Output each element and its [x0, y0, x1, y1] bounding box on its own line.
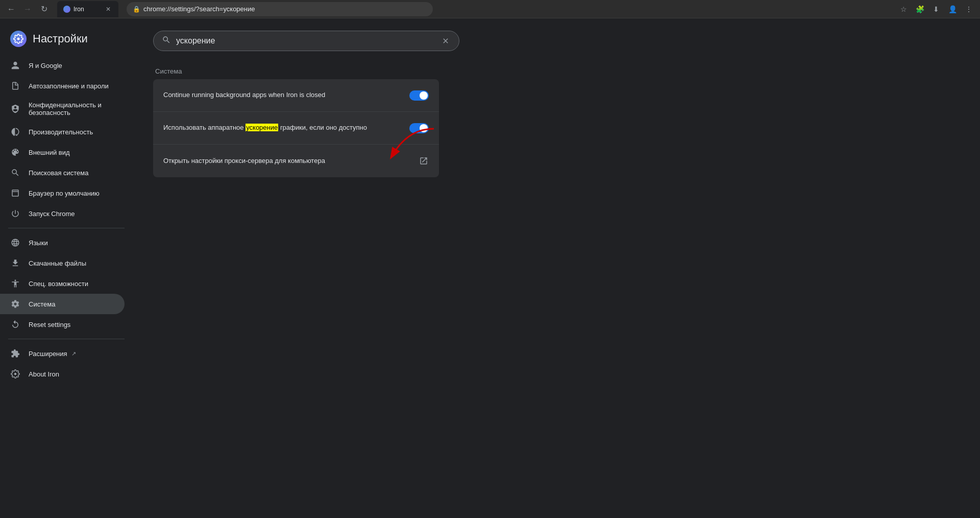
sidebar-item-appearance[interactable]: Внешний вид — [0, 142, 125, 162]
sidebar-item-about[interactable]: About Iron — [0, 364, 125, 384]
search-icon — [162, 35, 171, 46]
background-apps-text: Continue running background apps when Ir… — [163, 90, 409, 100]
tab-favicon — [63, 6, 70, 13]
sidebar-item-me-google[interactable]: Я и Google — [0, 55, 125, 76]
extensions-sidebar-icon — [10, 348, 20, 359]
svg-point-0 — [17, 38, 20, 40]
startup-icon — [10, 208, 20, 219]
sidebar-divider-2 — [8, 339, 125, 339]
omnibox-url: chrome://settings/?search=ускорение — [143, 5, 427, 13]
sidebar-item-system[interactable]: Система — [0, 294, 125, 314]
sidebar-label-accessibility: Спец. возможности — [29, 280, 88, 288]
languages-icon — [10, 238, 20, 248]
toggle-track-2[interactable] — [409, 123, 429, 133]
search-clear-button[interactable] — [440, 36, 451, 46]
proxy-external-link[interactable] — [419, 156, 429, 166]
search-engine-icon — [10, 168, 20, 178]
active-tab[interactable]: Iron ✕ — [57, 1, 118, 17]
external-link-icon-extensions: ↗ — [71, 350, 76, 357]
tab-close-button[interactable]: ✕ — [104, 5, 112, 13]
sidebar-item-downloads[interactable]: Скачанные файлы — [0, 253, 125, 273]
sidebar-header: Настройки — [0, 27, 133, 55]
sidebar-item-performance[interactable]: Производительность — [0, 122, 125, 142]
menu-button[interactable]: ⋮ — [962, 2, 976, 16]
toggle-thumb-2 — [420, 124, 428, 132]
sidebar-label-languages: Языки — [29, 239, 48, 247]
extensions-button[interactable]: 🧩 — [913, 2, 927, 16]
downloads-icon — [10, 258, 20, 268]
section-title: Система — [153, 67, 960, 75]
tab-area: Iron ✕ — [57, 0, 118, 18]
sidebar-label-downloads: Скачанные файлы — [29, 260, 86, 267]
sidebar-label-default-browser: Браузер по умолчанию — [29, 190, 100, 197]
performance-icon — [10, 127, 20, 137]
bookmark-button[interactable]: ☆ — [896, 2, 911, 16]
sidebar-label-appearance: Внешний вид — [29, 149, 70, 156]
reload-button[interactable]: ↻ — [37, 2, 51, 16]
profile-button[interactable]: 👤 — [945, 2, 960, 16]
about-icon — [10, 369, 20, 379]
sidebar-label-reset: Reset settings — [29, 321, 70, 328]
appearance-icon — [10, 147, 20, 157]
sidebar-item-languages[interactable]: Языки — [0, 232, 125, 253]
sidebar-item-extensions[interactable]: Расширения ↗ — [0, 343, 125, 364]
settings-row-background-apps: Continue running background apps when Ir… — [153, 79, 439, 112]
sidebar-divider — [8, 228, 125, 228]
sidebar-item-privacy[interactable]: Конфиденциальность и безопасность — [0, 96, 125, 122]
app-layout: Настройки Я и Google Автозаполнение и па… — [0, 18, 980, 518]
accessibility-icon — [10, 278, 20, 289]
default-browser-icon — [10, 188, 20, 198]
system-icon — [10, 299, 20, 309]
hardware-acceleration-text: Использовать аппаратное ускорение график… — [163, 123, 409, 132]
sidebar-item-reset[interactable]: Reset settings — [0, 314, 125, 335]
sidebar-label-performance: Производительность — [29, 128, 93, 136]
content-wrapper: Система Continue running background apps… — [153, 67, 960, 177]
back-button[interactable]: ← — [4, 2, 18, 16]
hardware-highlight: ускорение — [246, 124, 278, 131]
tab-label: Iron — [74, 6, 84, 13]
hardware-acceleration-toggle[interactable] — [409, 123, 429, 133]
sidebar: Настройки Я и Google Автозаполнение и па… — [0, 18, 133, 518]
autofill-icon — [10, 81, 20, 91]
extensions-label-group: Расширения ↗ — [29, 350, 76, 358]
lock-icon: 🔒 — [133, 6, 140, 13]
privacy-icon — [10, 104, 20, 114]
titlebar-actions: ☆ 🧩 ⬇ 👤 ⋮ — [896, 2, 976, 16]
svg-point-1 — [14, 373, 17, 375]
sidebar-item-startup[interactable]: Запуск Chrome — [0, 203, 125, 224]
person-icon — [10, 60, 20, 70]
sidebar-label-system: Система — [29, 300, 55, 308]
background-apps-toggle[interactable] — [409, 90, 429, 101]
search-bar[interactable]: ускорение — [153, 31, 459, 51]
settings-row-proxy: Открыть настройки прокси-сервера для ком… — [153, 145, 439, 177]
sidebar-label-autofill: Автозаполнение и пароли — [29, 82, 109, 90]
sidebar-item-autofill[interactable]: Автозаполнение и пароли — [0, 76, 125, 96]
nav-buttons: ← → ↻ — [4, 2, 51, 16]
main-content: ускорение Система Continue running backg… — [133, 18, 980, 518]
reset-icon — [10, 319, 20, 329]
hardware-text-after: графики, если оно доступно — [278, 124, 367, 131]
omnibox[interactable]: 🔒 chrome://settings/?search=ускорение — [127, 2, 433, 16]
sidebar-label-about: About Iron — [29, 370, 59, 378]
toggle-track[interactable] — [409, 90, 429, 101]
titlebar: ← → ↻ Iron ✕ 🔒 chrome://settings/?search… — [0, 0, 980, 18]
toggle-thumb — [420, 91, 428, 100]
sidebar-item-search[interactable]: Поисковая система — [0, 162, 125, 183]
sidebar-item-accessibility[interactable]: Спец. возможности — [0, 273, 125, 294]
sidebar-label-me-google: Я и Google — [29, 62, 62, 69]
sidebar-logo — [10, 31, 27, 47]
sidebar-label-privacy: Конфиденциальность и безопасность — [29, 101, 114, 116]
sidebar-label-startup: Запуск Chrome — [29, 210, 75, 218]
sidebar-label-search: Поисковая система — [29, 169, 89, 177]
forward-button[interactable]: → — [20, 2, 35, 16]
settings-row-hardware-acceleration: Использовать аппаратное ускорение график… — [153, 112, 439, 145]
sidebar-title: Настройки — [33, 32, 88, 45]
sidebar-item-default-browser[interactable]: Браузер по умолчанию — [0, 183, 125, 203]
hardware-text-before: Использовать аппаратное — [163, 124, 246, 131]
search-input[interactable]: ускорение — [176, 36, 435, 45]
sidebar-label-extensions: Расширения — [29, 350, 67, 358]
settings-card: Continue running background apps when Ir… — [153, 79, 439, 177]
download-button[interactable]: ⬇ — [929, 2, 943, 16]
proxy-text: Открыть настройки прокси-сервера для ком… — [163, 156, 419, 166]
